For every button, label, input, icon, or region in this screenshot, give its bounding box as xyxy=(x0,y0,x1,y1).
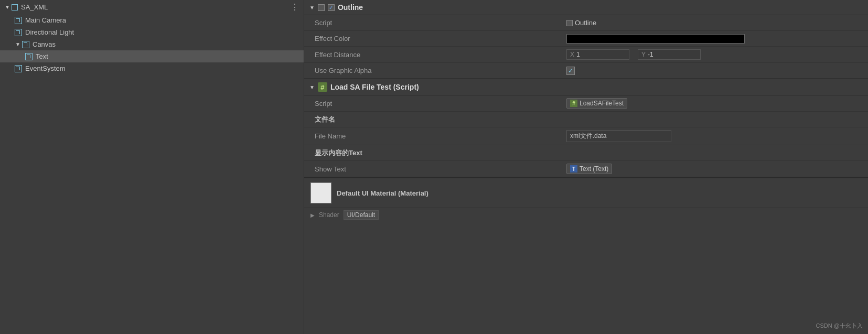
effect-distance-x-field[interactable]: X 1 xyxy=(566,49,629,60)
load-sa-script-row: Script # LoadSAFileTest xyxy=(304,95,868,112)
shader-row: ▶ Shader UI/Default xyxy=(304,208,868,222)
canvas-cube-icon xyxy=(22,41,29,48)
file-name-value-container: xml文件.data xyxy=(566,130,862,142)
effect-distance-x-label: X xyxy=(570,51,574,58)
effect-distance-row: Effect Distance X 1 Y -1 xyxy=(304,47,868,63)
file-name-label: File Name xyxy=(315,132,566,140)
effect-distance-x-value[interactable]: 1 xyxy=(576,51,580,58)
load-sa-script-value-container: # LoadSAFileTest xyxy=(566,98,862,109)
file-name-zh-row: 文件名 xyxy=(304,112,868,127)
shader-info: Shader UI/Default xyxy=(319,210,379,220)
effect-distance-value-container: X 1 Y -1 xyxy=(566,49,862,60)
use-graphic-alpha-checkbox[interactable]: ✓ xyxy=(566,67,575,75)
saxml-cube-icon xyxy=(12,4,18,10)
load-sa-title: Load SA File Test (Script) xyxy=(330,83,419,91)
event-system-cube-icon xyxy=(15,65,22,72)
text-cube-icon xyxy=(25,53,33,60)
show-text-zh-label: 显示内容的Text xyxy=(315,148,566,158)
outline-section-header: ▼ ✓ Outline xyxy=(304,0,868,15)
hierarchy-panel: ▼ SA_XML ⋮ Main Camera Directional Light… xyxy=(0,0,304,334)
load-sa-script-badge[interactable]: # LoadSAFileTest xyxy=(566,98,627,109)
context-menu-dots[interactable]: ⋮ xyxy=(291,2,299,12)
file-name-zh-label: 文件名 xyxy=(315,115,566,124)
use-graphic-alpha-label: Use Graphic Alpha xyxy=(315,67,566,74)
file-name-row: File Name xml文件.data xyxy=(304,127,868,145)
outline-checkbox-empty[interactable] xyxy=(318,4,325,11)
expand-arrow-saxml[interactable]: ▼ xyxy=(4,4,10,10)
material-info: Default UI Material (Material) xyxy=(337,189,862,197)
outline-title: Outline xyxy=(338,3,363,12)
hierarchy-item-event-system[interactable]: EventSystem xyxy=(0,62,304,74)
material-title: Default UI Material (Material) xyxy=(337,189,862,197)
effect-color-label: Effect Color xyxy=(315,35,566,42)
canvas-label: Canvas xyxy=(33,40,56,48)
outline-script-row: Script Outline xyxy=(304,15,868,31)
outline-script-value-container: Outline xyxy=(566,19,862,27)
hierarchy-item-text[interactable]: Text xyxy=(0,50,304,62)
effect-color-swatch[interactable] xyxy=(566,34,745,44)
shader-value: UI/Default xyxy=(344,210,379,220)
outline-script-name: Outline xyxy=(575,19,596,27)
show-text-badge[interactable]: T Text (Text) xyxy=(566,164,612,174)
directional-light-label: Directional Light xyxy=(25,28,74,36)
saxml-label: SA_XML xyxy=(21,3,48,11)
use-graphic-alpha-row: Use Graphic Alpha ✓ xyxy=(304,63,868,79)
effect-distance-y-label: Y xyxy=(641,51,646,58)
show-text-zh-row: 显示内容的Text xyxy=(304,145,868,161)
load-sa-script-hash-icon: # xyxy=(570,100,577,107)
outline-collapse-arrow[interactable]: ▼ xyxy=(309,5,315,10)
material-thumbnail xyxy=(310,182,331,203)
shader-expand-arrow[interactable]: ▶ xyxy=(310,212,315,218)
load-sa-script-label: Script xyxy=(315,100,566,107)
load-sa-section-header: ▼ # Load SA File Test (Script) xyxy=(304,79,868,95)
canvas-expand-arrow[interactable]: ▼ xyxy=(15,41,21,48)
effect-distance-label: Effect Distance xyxy=(315,51,566,59)
show-text-value-container: T Text (Text) xyxy=(566,164,862,174)
outline-script-ref: Outline xyxy=(566,19,596,27)
show-text-row: Show Text T Text (Text) xyxy=(304,161,868,177)
use-graphic-alpha-value-container: ✓ xyxy=(566,67,862,75)
main-camera-cube-icon xyxy=(15,17,22,24)
file-name-input[interactable]: xml文件.data xyxy=(566,130,671,142)
show-text-value: Text (Text) xyxy=(580,165,608,173)
outline-script-label: Script xyxy=(315,19,566,27)
text-label: Text xyxy=(36,52,48,60)
show-text-t-icon: T xyxy=(570,165,577,173)
outline-script-checkbox xyxy=(566,20,573,26)
inspector-panel: ▼ ✓ Outline Script Outline Effect Color … xyxy=(304,0,868,334)
hierarchy-item-directional-light[interactable]: Directional Light xyxy=(0,26,304,38)
event-system-label: EventSystem xyxy=(25,64,66,72)
effect-distance-y-field[interactable]: Y -1 xyxy=(638,49,701,60)
load-sa-script-name: LoadSAFileTest xyxy=(580,100,624,107)
hierarchy-item-canvas[interactable]: ▼ Canvas xyxy=(0,38,304,50)
effect-distance-y-value[interactable]: -1 xyxy=(648,51,653,58)
shader-label: Shader xyxy=(319,211,339,219)
material-section: Default UI Material (Material) xyxy=(304,178,868,208)
show-text-label: Show Text xyxy=(315,165,566,173)
main-camera-label: Main Camera xyxy=(25,16,66,24)
effect-color-value-container[interactable] xyxy=(566,34,862,44)
load-sa-collapse-arrow[interactable]: ▼ xyxy=(309,84,315,90)
hierarchy-root-row[interactable]: ▼ SA_XML ⋮ xyxy=(0,0,304,14)
effect-color-row: Effect Color xyxy=(304,31,868,47)
load-sa-hash-icon: # xyxy=(318,82,327,92)
hierarchy-item-main-camera[interactable]: Main Camera xyxy=(0,14,304,26)
outline-checkbox-checked[interactable]: ✓ xyxy=(328,4,335,11)
directional-light-cube-icon xyxy=(15,29,22,36)
watermark: CSDN @十幺卜入 xyxy=(816,322,863,330)
